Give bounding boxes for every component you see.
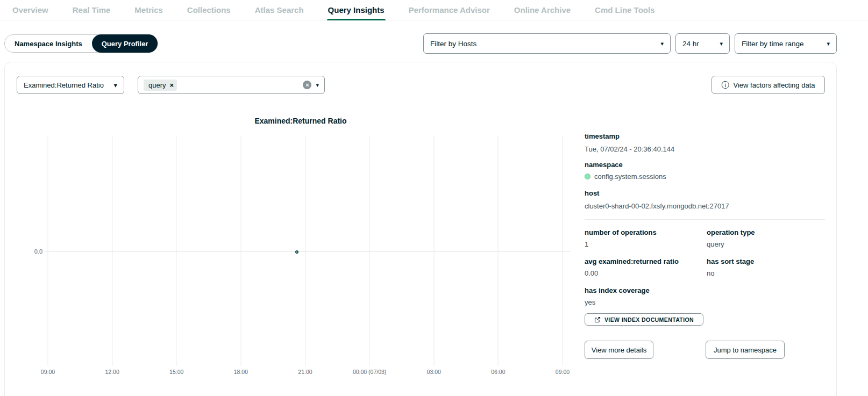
metric-select-value: Examined:Returned Ratio xyxy=(24,81,104,89)
chevron-down-icon: ▾ xyxy=(660,40,664,47)
stat-avg-examined-returned-ratio: avg examined:returned ratio 0.00 xyxy=(585,257,707,277)
namespace-value: config.system.sessions xyxy=(594,172,666,181)
time-range-placeholder: Filter by time range xyxy=(742,40,804,48)
namespace-color-dot-icon xyxy=(585,174,590,179)
view-index-documentation-label: VIEW INDEX DOCUMENTATION xyxy=(604,316,694,323)
x-tick-label: 09:00 xyxy=(41,369,55,375)
stat-operation-type: operation type query xyxy=(707,228,825,248)
view-factors-label: View factors affecting data xyxy=(733,81,815,89)
jump-to-namespace-button[interactable]: Jump to namespace xyxy=(706,341,785,359)
tab-real-time[interactable]: Real Time xyxy=(73,0,111,20)
stat-label: operation type xyxy=(707,228,825,236)
data-point[interactable] xyxy=(295,250,298,254)
filter-chip-query[interactable]: query × xyxy=(144,80,177,91)
chart-title: Examined:Returned Ratio xyxy=(5,117,596,125)
x-tick-label: 21:00 xyxy=(298,369,312,375)
x-tick-label: 18:00 xyxy=(234,369,248,375)
operation-type-filter-input[interactable]: query × × ▾ xyxy=(138,76,325,94)
timestamp-label: timestamp xyxy=(585,132,620,140)
x-tick-label: 15:00 xyxy=(169,369,183,375)
time-range-select[interactable]: Filter by time range ▾ xyxy=(735,33,837,54)
x-tick-label: 09:00 xyxy=(556,369,570,375)
view-factors-button[interactable]: ⓘ View factors affecting data xyxy=(712,76,825,94)
details-divider xyxy=(585,219,825,220)
chip-label: query xyxy=(148,81,166,89)
chevron-down-icon: ▾ xyxy=(720,40,723,47)
stat-value: query xyxy=(707,240,825,248)
view-index-documentation-button[interactable]: VIEW INDEX DOCUMENTATION xyxy=(585,313,703,326)
stat-value: no xyxy=(707,269,825,277)
stat-label: avg examined:returned ratio xyxy=(585,257,707,265)
tab-metrics[interactable]: Metrics xyxy=(134,0,163,20)
namespace-label: namespace xyxy=(585,161,623,169)
clear-filter-icon[interactable]: × xyxy=(303,81,311,89)
filter-by-hosts-placeholder: Filter by Hosts xyxy=(430,40,476,48)
x-tick-label: 03:00 xyxy=(427,369,441,375)
x-axis: 09:0012:0015:0018:0021:0000:00 (07/03)03… xyxy=(48,369,563,377)
view-more-details-button[interactable]: View more details xyxy=(585,341,653,359)
stat-value: 1 xyxy=(585,240,707,248)
zero-gridline xyxy=(45,251,570,252)
stat-label: has index coverage xyxy=(585,286,707,294)
host-value: cluster0-shard-00-02.fxsfy.mongodb.net:2… xyxy=(585,202,729,210)
stat-value: yes xyxy=(585,298,707,306)
tab-cmd-line-tools[interactable]: Cmd Line Tools xyxy=(595,0,654,20)
stat-label: number of operations xyxy=(585,228,707,236)
tab-query-insights[interactable]: Query Insights xyxy=(328,0,385,20)
query-profiler-segment[interactable]: Query Profiler xyxy=(92,34,158,53)
stat-has-index-coverage: has index coverage yes xyxy=(585,286,707,306)
top-nav: Overview Real Time Metrics Collections A… xyxy=(0,0,868,20)
stat-value: 0.00 xyxy=(585,269,707,277)
host-label: host xyxy=(585,189,599,197)
tab-collections[interactable]: Collections xyxy=(187,0,231,20)
time-window-value: 24 hr xyxy=(682,40,699,48)
chevron-down-icon: ▾ xyxy=(113,81,117,89)
details-stats-grid: number of operations 1 operation type qu… xyxy=(585,228,825,306)
stat-number-of-operations: number of operations 1 xyxy=(585,228,707,248)
stat-label: has sort stage xyxy=(707,257,825,265)
tab-atlas-search[interactable]: Atlas Search xyxy=(255,0,304,20)
timestamp-value: Tue, 07/02/24 - 20:36:40.144 xyxy=(585,145,674,153)
chevron-down-icon[interactable]: ▾ xyxy=(316,82,319,89)
info-icon: ⓘ xyxy=(721,81,729,89)
stat-has-sort-stage: has sort stage no xyxy=(707,257,825,277)
namespace-value-row: config.system.sessions xyxy=(585,172,666,181)
remove-chip-icon[interactable]: × xyxy=(170,82,174,89)
chevron-down-icon: ▾ xyxy=(827,40,830,47)
y-axis-tick-label: 0.0 xyxy=(23,248,42,255)
external-link-icon xyxy=(594,316,601,323)
x-tick-label: 06:00 xyxy=(491,369,505,375)
x-tick-label: 00:00 (07/03) xyxy=(353,369,386,375)
namespace-insights-segment[interactable]: Namespace Insights xyxy=(5,34,92,53)
insights-segmented-control: Namespace Insights Query Profiler xyxy=(4,34,158,53)
query-profiler-card: Examined:Returned Ratio ▾ query × × ▾ ⓘ … xyxy=(4,62,837,396)
x-tick-label: 12:00 xyxy=(105,369,119,375)
tab-online-archive[interactable]: Online Archive xyxy=(514,0,571,20)
filter-by-hosts-select[interactable]: Filter by Hosts ▾ xyxy=(423,33,671,54)
metric-select[interactable]: Examined:Returned Ratio ▾ xyxy=(17,76,124,94)
plot-area[interactable] xyxy=(48,136,563,366)
tab-performance-advisor[interactable]: Performance Advisor xyxy=(409,0,490,20)
time-window-select[interactable]: 24 hr ▾ xyxy=(675,33,730,54)
tab-overview[interactable]: Overview xyxy=(12,0,48,20)
